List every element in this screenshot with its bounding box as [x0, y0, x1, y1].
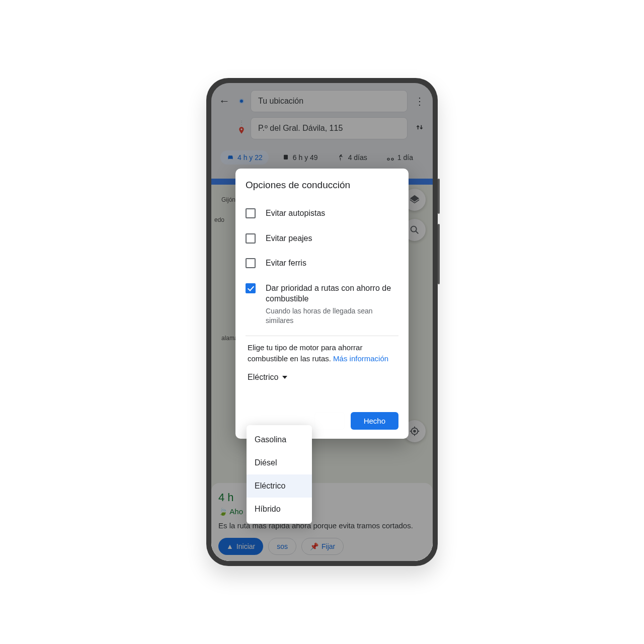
phone-frame: ← Tu ubicación ⋮ ⋮ — [206, 78, 438, 566]
phone-power-button — [438, 179, 440, 214]
option-subtitle: Cuando las horas de llegada sean similar… — [266, 306, 398, 326]
option-label: Evitar autopistas — [266, 208, 325, 219]
modal-title: Opciones de conducción — [246, 180, 398, 191]
more-info-link[interactable]: Más información — [333, 354, 388, 363]
engine-option-gasolina[interactable]: Gasolina — [247, 428, 312, 451]
checkbox-unchecked-icon[interactable] — [246, 208, 256, 218]
phone-screen: ← Tu ubicación ⋮ ⋮ — [211, 83, 433, 561]
option-avoid-tolls[interactable]: Evitar peajes — [246, 226, 398, 251]
engine-type-dropdown[interactable]: Eléctrico — [248, 373, 398, 382]
checkbox-checked-icon[interactable] — [246, 283, 256, 293]
divider — [246, 336, 398, 336]
checkbox-unchecked-icon[interactable] — [246, 233, 256, 244]
done-button[interactable]: Hecho — [351, 412, 398, 430]
engine-type-menu: Gasolina Diésel Eléctrico Híbrido — [247, 425, 312, 524]
driving-options-modal: Opciones de conducción Evitar autopistas… — [235, 169, 409, 439]
option-label: Evitar peajes — [266, 233, 312, 244]
checkbox-unchecked-icon[interactable] — [246, 258, 256, 268]
option-avoid-highways[interactable]: Evitar autopistas — [246, 201, 398, 226]
phone-volume-button — [438, 224, 440, 284]
engine-option-hibrido[interactable]: Híbrido — [247, 498, 312, 521]
engine-prompt-text: Elige tu tipo de motor para ahorrar comb… — [246, 342, 398, 364]
chevron-down-icon — [282, 376, 287, 379]
engine-selected-value: Eléctrico — [248, 373, 278, 382]
option-label: Evitar ferris — [266, 258, 306, 269]
option-avoid-ferries[interactable]: Evitar ferris — [246, 251, 398, 276]
engine-option-electrico[interactable]: Eléctrico — [247, 474, 312, 498]
option-label: Dar prioridad a rutas con ahorro de comb… — [266, 283, 398, 304]
option-prefer-fuel-efficient[interactable]: Dar prioridad a rutas con ahorro de comb… — [246, 276, 398, 333]
engine-option-diesel[interactable]: Diésel — [247, 451, 312, 474]
cancel-button[interactable] — [314, 412, 345, 430]
